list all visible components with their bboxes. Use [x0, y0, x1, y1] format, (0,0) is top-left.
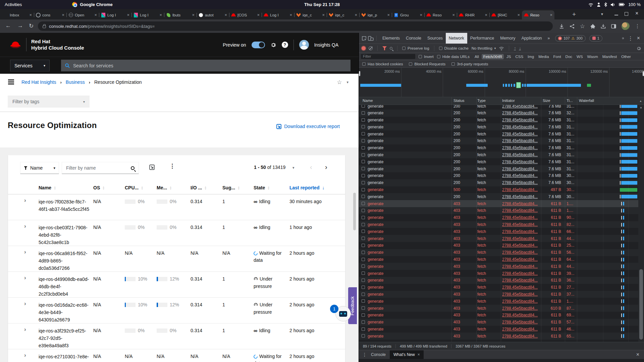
- tab-close-icon[interactable]: ×: [62, 12, 64, 17]
- request-initiator-link[interactable]: 2788.45e5bacd84...: [502, 271, 542, 276]
- scroll-up-icon[interactable]: ▲: [640, 106, 642, 109]
- request-row[interactable]: generate200fetch2788.45e5bacd84...7.6 MB…: [359, 105, 639, 110]
- network-filter-checkbox[interactable]: 3rd-party requests: [451, 62, 488, 66]
- request-checkbox[interactable]: [362, 160, 365, 163]
- expand-row-chevron-icon[interactable]: ›: [24, 326, 26, 333]
- window-restore-button[interactable]: [625, 12, 628, 16]
- request-row[interactable]: generate403fetch2788.45e5bacd84...611 B5…: [359, 249, 639, 256]
- request-row[interactable]: generate403fetch2788.45e5bacd84...611 B1…: [359, 200, 639, 207]
- browser-tab[interactable]: iqe_p×: [359, 10, 392, 19]
- request-row[interactable]: generate403fetch2788.45e5bacd84...611 B4…: [359, 326, 639, 333]
- request-checkbox[interactable]: [362, 167, 365, 170]
- expand-row-chevron-icon[interactable]: ›: [24, 223, 26, 230]
- request-initiator-link[interactable]: 2788.45e5bacd84...: [502, 292, 542, 297]
- column-header-state[interactable]: State▲▼: [254, 185, 270, 190]
- inspect-element-icon[interactable]: [362, 36, 367, 41]
- request-type-chip[interactable]: Doc: [564, 54, 574, 59]
- request-initiator-link[interactable]: 2788.45e5bacd84...: [502, 257, 542, 262]
- request-row[interactable]: generate403fetch2788.45e5bacd84...611 B6…: [359, 256, 639, 263]
- request-type-chip[interactable]: JS: [505, 54, 513, 59]
- request-initiator-link[interactable]: 2788.45e5bacd84...: [502, 145, 542, 150]
- request-row[interactable]: generate403fetch2788.45e5bacd84...611 B3…: [359, 291, 639, 298]
- request-row[interactable]: generate200fetch2788.45e5bacd84...7.6 MB…: [359, 144, 639, 152]
- request-checkbox[interactable]: [362, 132, 365, 135]
- request-initiator-link[interactable]: 2788.45e5bacd84...: [502, 138, 542, 143]
- grid-column-status[interactable]: Status: [453, 99, 465, 103]
- more-tabs-icon[interactable]: »: [546, 36, 552, 41]
- devtools-tab-performance[interactable]: Performance: [467, 33, 497, 44]
- network-filter-icon[interactable]: [382, 46, 387, 50]
- browser-tab[interactable]: [RHC×: [489, 10, 522, 19]
- request-checkbox[interactable]: [362, 188, 365, 191]
- request-checkbox[interactable]: [362, 216, 365, 219]
- pagination[interactable]: 1 - 50 of 13419: [254, 165, 285, 170]
- notification-badge[interactable]: 1: [330, 305, 338, 313]
- devtools-tab-console[interactable]: Console: [403, 33, 424, 44]
- request-initiator-link[interactable]: 2788.45e5bacd84...: [502, 299, 542, 304]
- request-type-chip[interactable]: Font: [552, 54, 563, 59]
- breadcrumb-business[interactable]: Business: [66, 79, 85, 85]
- request-checkbox[interactable]: [362, 320, 365, 324]
- request-checkbox[interactable]: [362, 334, 365, 338]
- request-initiator-link[interactable]: 2788.45e5bacd84...: [502, 306, 542, 311]
- system-name-link[interactable]: iqe-ros-06ca9816-f952-4d89-b865-dc0a536d…: [39, 250, 90, 272]
- share-icon[interactable]: [570, 24, 575, 29]
- column-header-suggestions[interactable]: Sug...▲▼: [222, 185, 240, 190]
- invert-checkbox[interactable]: Invert: [419, 55, 434, 59]
- request-row[interactable]: generate403fetch2788.45e5bacd84...611 B6…: [359, 228, 639, 235]
- preview-toggle[interactable]: [252, 42, 265, 48]
- grid-column-size[interactable]: Size: [543, 99, 550, 103]
- request-checkbox[interactable]: [362, 237, 365, 240]
- request-initiator-link[interactable]: 2788.45e5bacd84...: [502, 243, 542, 248]
- request-initiator-link[interactable]: 2788.45e5bacd84...: [502, 180, 542, 185]
- expand-row-chevron-icon[interactable]: ›: [24, 275, 26, 281]
- drawer-close-icon[interactable]: ×: [635, 352, 641, 358]
- request-row[interactable]: generate403fetch2788.45e5bacd84...611 B2…: [359, 284, 639, 291]
- network-settings-gear-icon[interactable]: [636, 46, 641, 51]
- network-search-icon[interactable]: [390, 47, 392, 50]
- devtools-settings-icon[interactable]: [620, 36, 626, 41]
- request-checkbox[interactable]: [362, 181, 365, 184]
- search-submit-icon[interactable]: [131, 166, 135, 170]
- devtools-close-icon[interactable]: ×: [636, 35, 641, 41]
- lock-icon[interactable]: [43, 25, 46, 28]
- request-type-chip[interactable]: Manifest: [601, 54, 619, 59]
- request-row[interactable]: generate403fetch2788.45e5bacd84...611 B6…: [359, 333, 639, 340]
- network-filter-checkbox[interactable]: Has blocked cookies: [362, 62, 403, 66]
- request-checkbox[interactable]: [362, 327, 365, 331]
- network-overview[interactable]: 20000 ms40000 ms60000 ms80000 ms100000 m…: [359, 68, 644, 97]
- tab-close-icon[interactable]: ×: [127, 12, 129, 17]
- column-header-cpu[interactable]: CPU...▲▼: [125, 185, 143, 190]
- overview-left-handle[interactable]: [359, 71, 360, 76]
- grid-column-name[interactable]: Name: [363, 99, 373, 103]
- system-name-link[interactable]: iqe-ros-0d16da2c-ec68-4e3e-b449-643091a2…: [39, 301, 90, 323]
- forward-icon[interactable]: →: [17, 22, 23, 29]
- request-initiator-link[interactable]: 2788.45e5bacd84...: [502, 222, 542, 227]
- request-checkbox[interactable]: [362, 111, 365, 115]
- request-checkbox[interactable]: [362, 279, 365, 282]
- system-name-link[interactable]: iqe-ros-7f00283e-f8c7-46f1-ab37-f4a5c5cc…: [39, 198, 90, 213]
- services-dropdown[interactable]: Services ▾: [10, 60, 50, 71]
- request-checkbox[interactable]: [362, 202, 365, 205]
- request-initiator-link[interactable]: 2788.45e5bacd84...: [502, 236, 542, 241]
- column-header-name[interactable]: Name▲▼: [39, 185, 56, 190]
- devtools-tab-elements[interactable]: Elements: [379, 33, 403, 44]
- network-scrollbar[interactable]: ▲: [638, 105, 644, 342]
- browser-tab[interactable]: Reso×: [424, 10, 457, 19]
- request-initiator-link[interactable]: 2788.45e5bacd84...: [502, 194, 542, 199]
- request-type-chip[interactable]: Wasm: [586, 54, 600, 59]
- column-header-last-reported[interactable]: Last reported↓: [289, 185, 324, 190]
- drawer-tab-console[interactable]: Console: [371, 352, 386, 357]
- request-checkbox[interactable]: [362, 264, 365, 268]
- settings-gear-icon[interactable]: [270, 42, 276, 48]
- request-initiator-link[interactable]: 2788.45e5bacd84...: [502, 187, 542, 192]
- download-status-icon[interactable]: [559, 24, 564, 29]
- request-initiator-link[interactable]: 2788.45e5bacd84...: [502, 105, 542, 109]
- browser-tab[interactable]: cons×: [34, 10, 66, 19]
- request-checkbox[interactable]: [362, 272, 365, 275]
- issues-badge[interactable]: 1: [589, 35, 602, 42]
- request-checkbox[interactable]: [362, 251, 365, 254]
- browser-tab[interactable]: Log I×: [99, 10, 131, 19]
- request-type-chip[interactable]: WS: [575, 54, 585, 59]
- favorite-star-icon[interactable]: ☆: [337, 79, 342, 86]
